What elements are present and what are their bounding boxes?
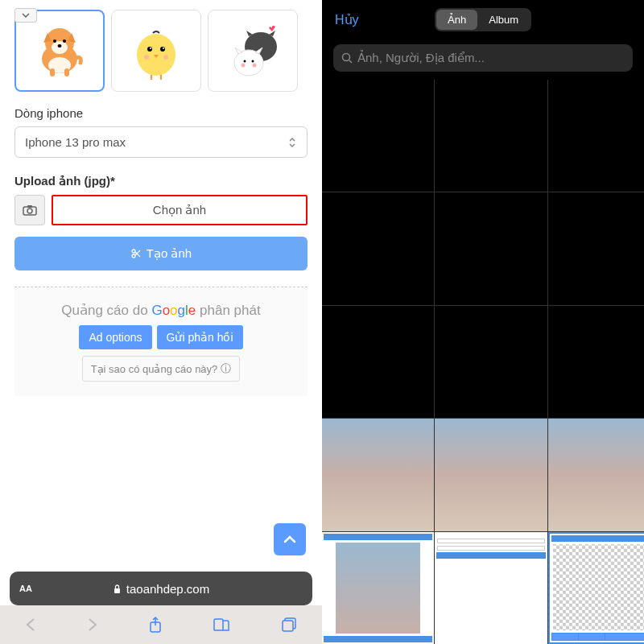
photo-thumb[interactable]	[548, 80, 644, 192]
svg-point-21	[252, 60, 254, 63]
photo-thumb-screenshot[interactable]	[435, 532, 547, 644]
bookmarks-button[interactable]	[213, 617, 230, 632]
search-placeholder: Ảnh, Người, Địa điểm...	[357, 51, 485, 65]
ad-section: Quảng cáo do Google phân phát Ad options…	[14, 287, 308, 396]
photo-thumb[interactable]	[435, 306, 547, 418]
scroll-to-top-button[interactable]	[274, 523, 306, 555]
search-input[interactable]: Ảnh, Người, Địa điểm...	[333, 44, 633, 72]
picker-header: Hủy Ảnh Album	[322, 0, 644, 39]
browser-toolbar	[0, 605, 322, 644]
photo-thumb-screenshot[interactable]	[322, 532, 434, 644]
svg-rect-26	[27, 205, 32, 208]
cancel-button[interactable]: Hủy	[335, 12, 359, 27]
choose-image-label: Chọn ảnh	[153, 203, 206, 217]
photo-thumb-screenshot[interactable]	[548, 532, 644, 644]
camera-icon	[23, 204, 37, 216]
collapse-button[interactable]	[14, 8, 37, 23]
svg-point-5	[63, 39, 66, 43]
svg-point-23	[253, 64, 257, 68]
photo-thumb[interactable]	[548, 192, 644, 304]
svg-point-10	[147, 47, 152, 52]
svg-point-27	[132, 250, 135, 253]
tab-albums[interactable]: Album	[477, 10, 530, 30]
svg-line-36	[349, 60, 352, 63]
photo-thumb[interactable]	[322, 306, 434, 418]
create-image-button[interactable]: Tạo ảnh	[14, 237, 308, 270]
phone-model-select[interactable]: Iphone 13 pro max	[14, 126, 308, 158]
sticker-chick[interactable]	[111, 10, 201, 92]
svg-point-15	[163, 55, 168, 60]
photo-thumb-sky[interactable]	[435, 419, 547, 530]
share-button[interactable]	[148, 616, 163, 634]
photo-grid	[322, 80, 644, 644]
svg-point-20	[244, 60, 246, 63]
forward-button[interactable]	[87, 617, 98, 633]
search-icon	[341, 52, 353, 64]
svg-point-35	[343, 54, 350, 61]
lock-icon	[113, 584, 122, 594]
photo-thumb[interactable]	[435, 80, 547, 192]
tab-photos[interactable]: Ảnh	[436, 10, 477, 30]
ad-feedback-button[interactable]: Gửi phản hồi	[157, 325, 243, 349]
ad-options-button[interactable]: Ad options	[79, 325, 151, 349]
svg-rect-8	[64, 68, 69, 76]
select-arrows-icon	[287, 136, 297, 149]
info-icon: ⓘ	[221, 361, 231, 376]
svg-point-14	[144, 55, 149, 60]
svg-point-4	[53, 39, 56, 43]
svg-point-11	[160, 47, 165, 52]
back-button[interactable]	[25, 617, 36, 633]
upload-section: Upload ảnh (jpg)* Chọn ảnh Tạo ảnh	[0, 166, 322, 279]
upload-label: Upload ảnh (jpg)*	[14, 174, 308, 188]
sticker-cat-heart[interactable]	[208, 10, 298, 92]
create-image-label: Tạo ảnh	[147, 246, 192, 261]
photo-thumb[interactable]	[548, 306, 644, 418]
svg-rect-31	[114, 588, 120, 593]
address-bar[interactable]: AA taoanhdep.com	[10, 572, 312, 605]
svg-point-6	[58, 44, 62, 47]
choose-image-button[interactable]: Chọn ảnh	[52, 195, 308, 225]
photo-thumb[interactable]	[322, 192, 434, 304]
phone-model-value: Iphone 13 pro max	[25, 135, 126, 149]
photo-thumb-sky[interactable]	[548, 419, 644, 530]
picker-tabs: Ảnh Album	[435, 8, 531, 31]
sticker-selection	[0, 0, 322, 98]
web-page-panel: Dòng iphone Iphone 13 pro max Upload ảnh…	[0, 0, 322, 644]
svg-rect-34	[283, 621, 293, 631]
svg-point-25	[27, 208, 32, 213]
camera-button[interactable]	[14, 195, 45, 225]
tabs-button[interactable]	[281, 617, 297, 633]
ad-why-button[interactable]: Tại sao có quảng cáo này? ⓘ	[82, 356, 241, 382]
domain-text: taoanhdep.com	[126, 582, 209, 596]
phone-model-section: Dòng iphone Iphone 13 pro max	[0, 98, 322, 166]
scissors-icon	[130, 248, 142, 259]
font-size-button[interactable]: AA	[19, 584, 32, 593]
chevron-up-icon	[283, 535, 296, 543]
photo-thumb-sky[interactable]	[322, 419, 434, 530]
photo-thumb[interactable]	[322, 80, 434, 192]
svg-point-13	[163, 47, 164, 49]
ad-attribution: Quảng cáo do Google phân phát	[61, 302, 260, 319]
svg-point-12	[150, 47, 151, 49]
photo-thumb[interactable]	[435, 192, 547, 304]
photo-picker-panel: Hủy Ảnh Album Ảnh, Người, Địa điểm...	[322, 0, 644, 644]
svg-rect-7	[50, 68, 55, 76]
svg-point-22	[242, 64, 246, 68]
svg-point-28	[132, 254, 135, 258]
phone-model-label: Dòng iphone	[14, 106, 308, 120]
